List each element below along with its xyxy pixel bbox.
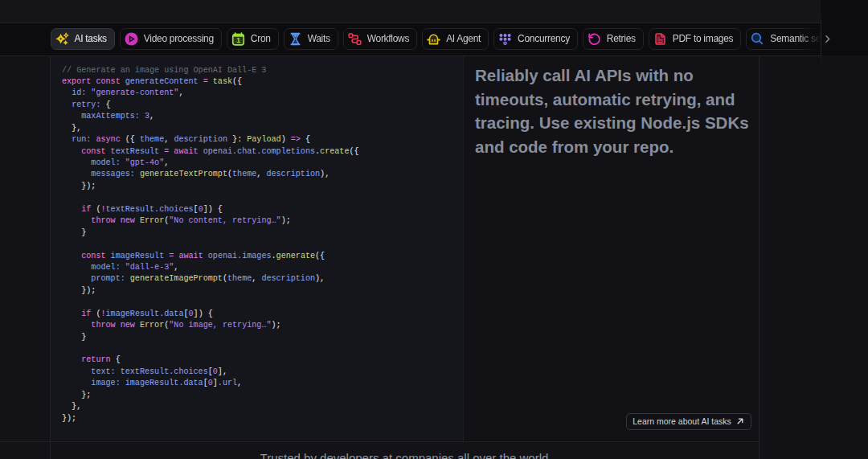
svg-text:1: 1 — [236, 36, 240, 44]
